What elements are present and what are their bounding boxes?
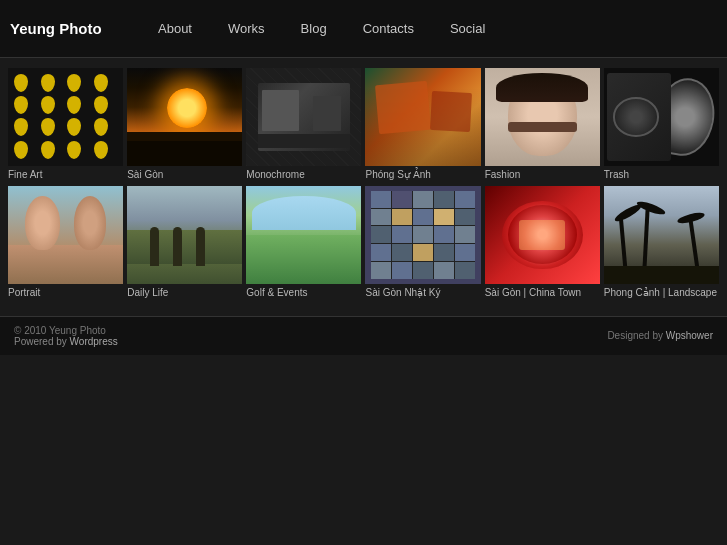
wordpress-link[interactable]: Wordpress <box>70 336 118 347</box>
gallery-item-golf-events[interactable]: Golf & Events <box>246 186 361 300</box>
gallery-item-fine-art[interactable]: Fine Art <box>8 68 123 182</box>
gallery-label-portrait: Portrait <box>8 284 123 300</box>
footer-powered: Powered by Wordpress <box>14 336 118 347</box>
gallery-item-phong-su-anh[interactable]: Phóng Sự Ảnh <box>365 68 480 182</box>
footer-left: © 2010 Yeung Photo Powered by Wordpress <box>14 325 118 347</box>
gallery-label-monochrome: Monochrome <box>246 166 361 182</box>
gallery-label-trash: Trash <box>604 166 719 182</box>
gallery-label-fashion: Fashion <box>485 166 600 182</box>
gallery-label-golf-events: Golf & Events <box>246 284 361 300</box>
nav-about[interactable]: About <box>140 0 210 58</box>
nav-contacts[interactable]: Contacts <box>345 0 432 58</box>
nav-social[interactable]: Social <box>432 0 503 58</box>
gallery-label-china-town: Sài Gòn | China Town <box>485 284 600 300</box>
header: Yeung Photo About Works Blog Contacts So… <box>0 0 727 58</box>
gallery-label-fine-art: Fine Art <box>8 166 123 182</box>
gallery-item-monochrome[interactable]: Monochrome <box>246 68 361 182</box>
footer: © 2010 Yeung Photo Powered by Wordpress … <box>0 316 727 355</box>
gallery-item-sai-gon-nhat-ky[interactable]: Sài Gòn Nhật Ký <box>365 186 480 300</box>
gallery-label-landscape: Phong Cảnh | Landscape <box>604 284 719 300</box>
gallery-grid: Fine Art Sài Gòn Monochrome <box>0 58 727 310</box>
copyright: © 2010 Yeung Photo <box>14 325 118 336</box>
gallery-label-sai-gon: Sài Gòn <box>127 166 242 182</box>
site-logo[interactable]: Yeung Photo <box>10 20 110 37</box>
gallery-label-daily-life: Daily Life <box>127 284 242 300</box>
main-nav: About Works Blog Contacts Social <box>140 0 717 58</box>
gallery-item-landscape[interactable]: Phong Cảnh | Landscape <box>604 186 719 300</box>
wpshower-link[interactable]: Wpshower <box>666 330 713 341</box>
gallery-item-sai-gon[interactable]: Sài Gòn <box>127 68 242 182</box>
gallery-label-sai-gon-nhat-ky: Sài Gòn Nhật Ký <box>365 284 480 300</box>
gallery-item-china-town[interactable]: Sài Gòn | China Town <box>485 186 600 300</box>
gallery-item-fashion[interactable]: Fashion <box>485 68 600 182</box>
nav-works[interactable]: Works <box>210 0 283 58</box>
gallery-item-daily-life[interactable]: Daily Life <box>127 186 242 300</box>
gallery-label-phong-su-anh: Phóng Sự Ảnh <box>365 166 480 182</box>
gallery-item-trash[interactable]: Trash <box>604 68 719 182</box>
footer-right: Designed by Wpshower <box>607 330 713 341</box>
gallery-item-portrait[interactable]: Portrait <box>8 186 123 300</box>
nav-blog[interactable]: Blog <box>283 0 345 58</box>
